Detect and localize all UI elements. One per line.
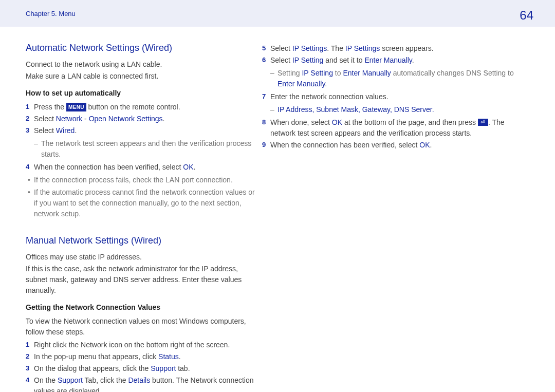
- text: . The: [327, 44, 345, 52]
- step-item: 8 When done, select OK at the bottom of …: [262, 117, 529, 139]
- text: to: [333, 69, 343, 77]
- right-column: 5 Select IP Settings. The IP Settings sc…: [257, 27, 529, 392]
- text: When the connection has been verified, s…: [270, 141, 419, 149]
- note-item: If the automatic process cannot find the…: [26, 187, 257, 219]
- link-ip-settings[interactable]: IP Settings: [345, 44, 380, 52]
- step-item: 5 Select IP Settings. The IP Settings sc…: [262, 43, 529, 54]
- step-item: 1Right click the Network icon on the bot…: [26, 340, 257, 350]
- manual-steps-continued-3: 8 When done, select OK at the bottom of …: [262, 117, 529, 151]
- link-wired[interactable]: Wired: [56, 126, 75, 135]
- text: automatically changes DNS Setting to: [391, 69, 514, 77]
- step-item: 2 In the pop-up menu that appears, click…: [26, 351, 257, 362]
- heading-get-values: Getting the Network Connection Values: [26, 302, 257, 313]
- text: .: [75, 126, 77, 135]
- text: .: [325, 80, 327, 88]
- menu-button-icon: MENU: [66, 103, 86, 111]
- text: Enter the network connection values.: [270, 92, 388, 101]
- page-number: 64: [520, 6, 533, 25]
- text: When the connection has been verified, s…: [34, 163, 183, 171]
- link-ok[interactable]: OK: [419, 141, 430, 149]
- link-subnet-mask[interactable]: Subnet Mask: [316, 105, 358, 114]
- text: Select: [34, 115, 56, 123]
- link-ip-setting[interactable]: IP Setting: [302, 69, 332, 77]
- return-button-icon: [478, 119, 488, 126]
- text: On the dialog that appears, click the: [34, 364, 151, 372]
- page-header: Chapter 5. Menu 64: [0, 0, 555, 27]
- link-support[interactable]: Support: [151, 364, 176, 372]
- text: On the: [34, 376, 58, 384]
- heading-manual-wired: Manual Network Settings (Wired): [26, 234, 257, 248]
- step-item: 4 When the connection has been verified,…: [26, 162, 257, 173]
- step-item: 1 Press the MENU button on the remote co…: [26, 102, 257, 113]
- heading-auto-setup: How to set up automatically: [26, 88, 257, 99]
- link-support[interactable]: Support: [58, 376, 83, 384]
- step-item: 3 On the dialog that appears, click the …: [26, 363, 257, 374]
- text: .: [432, 105, 434, 114]
- text: .: [430, 141, 432, 149]
- text: Right click the Network icon on the bott…: [34, 341, 230, 349]
- separator: -: [82, 115, 88, 123]
- step-item: 3 Select Wired.: [26, 125, 257, 136]
- link-status[interactable]: Status: [158, 352, 179, 361]
- link-ip-setting[interactable]: IP Setting: [292, 56, 323, 64]
- text: screen appears.: [380, 44, 433, 52]
- text: Setting: [278, 69, 302, 77]
- text: In the pop-up menu that appears, click: [34, 352, 158, 361]
- link-ip-settings[interactable]: IP Settings: [292, 44, 327, 52]
- text: at the bottom of the page, and then pres…: [342, 118, 478, 126]
- text: and set it to: [323, 56, 364, 64]
- link-enter-manually[interactable]: Enter Manually: [343, 69, 391, 77]
- separator: ,: [390, 105, 394, 114]
- text: Press the: [34, 103, 66, 111]
- sub-note-values: IP Address, Subnet Mask, Gateway, DNS Se…: [262, 104, 529, 115]
- left-column: Automatic Network Settings (Wired) Conne…: [0, 27, 257, 392]
- text: tab.: [176, 364, 190, 372]
- text: .: [412, 56, 414, 64]
- text: When done, select: [270, 118, 332, 126]
- note-item: If the connection process fails, check t…: [26, 175, 257, 185]
- link-ip-address[interactable]: IP Address: [278, 105, 312, 114]
- text: .: [179, 352, 181, 361]
- text: Select: [270, 56, 292, 64]
- body-text: Connect to the network using a LAN cable…: [26, 59, 257, 70]
- text: .: [194, 163, 196, 171]
- link-details[interactable]: Details: [128, 376, 150, 384]
- text: Select: [34, 126, 56, 135]
- body-text: To view the Network connection values on…: [26, 316, 257, 338]
- link-network[interactable]: Network: [56, 115, 82, 123]
- step-item: 9 When the connection has been verified,…: [262, 140, 529, 151]
- link-dns-server[interactable]: DNS Server: [394, 105, 432, 114]
- step-item: 7Enter the network connection values.: [262, 91, 529, 102]
- sub-note: The network test screen appears and then…: [26, 138, 257, 160]
- link-enter-manually[interactable]: Enter Manually: [278, 80, 325, 88]
- manual-steps-continued-2: 7Enter the network connection values.: [262, 91, 529, 102]
- sub-note: Setting IP Setting to Enter Manually aut…: [262, 68, 529, 89]
- link-ok[interactable]: OK: [332, 118, 342, 126]
- page-content: Automatic Network Settings (Wired) Conne…: [0, 27, 555, 392]
- manual-steps-continued: 5 Select IP Settings. The IP Settings sc…: [262, 43, 529, 66]
- body-text: Make sure a LAN cable is connected first…: [26, 71, 257, 82]
- step-item: 2 Select Network - Open Network Settings…: [26, 114, 257, 124]
- text: .: [163, 115, 165, 123]
- link-gateway[interactable]: Gateway: [362, 105, 390, 114]
- body-text: If this is the case, ask the network adm…: [26, 264, 257, 296]
- text: Tab, click the: [83, 376, 128, 384]
- auto-steps-list: 1 Press the MENU button on the remote co…: [26, 102, 257, 136]
- text: button on the remote control.: [86, 103, 180, 111]
- step-item: 4 On the Support Tab, click the Details …: [26, 375, 257, 392]
- link-enter-manually[interactable]: Enter Manually: [364, 56, 412, 64]
- heading-auto-wired: Automatic Network Settings (Wired): [26, 41, 257, 55]
- link-ok[interactable]: OK: [183, 163, 193, 171]
- auto-steps-list-cont: 4 When the connection has been verified,…: [26, 162, 257, 173]
- chapter-label: Chapter 5. Menu: [26, 9, 76, 19]
- step-item: 6 Select IP Setting and set it to Enter …: [262, 55, 529, 66]
- auto-notes-list: If the connection process fails, check t…: [26, 175, 257, 219]
- get-values-steps: 1Right click the Network icon on the bot…: [26, 340, 257, 392]
- link-open-network-settings[interactable]: Open Network Settings: [89, 115, 163, 123]
- separator: ,: [358, 105, 362, 114]
- body-text: Offices may use static IP addresses.: [26, 252, 257, 263]
- text: Select: [270, 44, 292, 52]
